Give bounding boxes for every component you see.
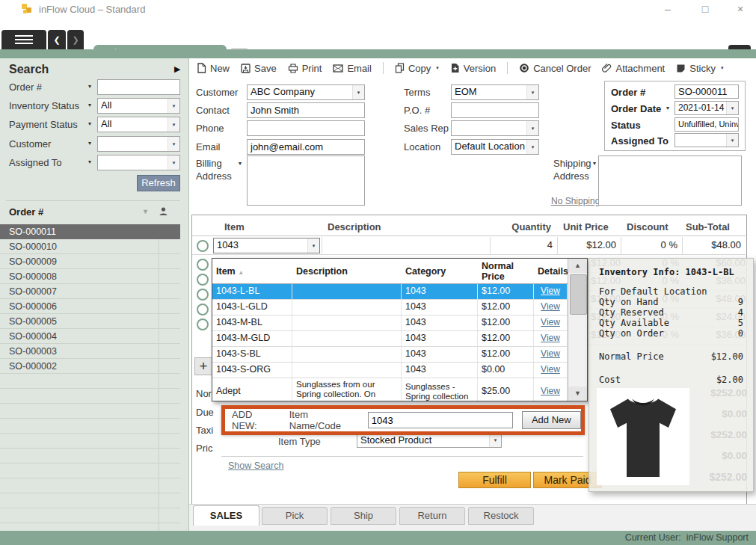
filter-assigned-caret-icon[interactable]: ▾	[88, 158, 91, 165]
filter-order-caret-icon[interactable]: ▾	[88, 83, 91, 90]
print-button[interactable]: Print	[288, 63, 322, 74]
location-select[interactable]: Default Location▾	[451, 139, 539, 155]
filter-customer-select[interactable]: ▾	[97, 136, 180, 152]
sales-rep-select[interactable]: ▾	[451, 120, 539, 136]
order-number-input[interactable]	[674, 84, 739, 99]
order-list-item[interactable]: SO-000007	[0, 284, 180, 299]
view-details-link[interactable]: View	[541, 301, 560, 312]
forward-button[interactable]: ❯	[67, 30, 84, 49]
minimize-icon[interactable]: –	[657, 1, 679, 16]
email-input[interactable]	[247, 139, 365, 155]
order-list-item[interactable]: SO-000008	[0, 269, 180, 284]
row1-description-cell[interactable]	[322, 237, 490, 254]
sticky-button[interactable]: Sticky▾	[676, 63, 723, 74]
po-number-input[interactable]	[451, 102, 539, 118]
billing-address-textarea[interactable]	[247, 156, 365, 206]
order-date-caret-icon[interactable]: ▾	[666, 105, 669, 111]
assigned-to-select[interactable]: ▾	[674, 133, 739, 147]
dropdown-item-row[interactable]: 1043-L-GLD1043$12.00View	[212, 300, 587, 315]
row1-quantity-cell[interactable]: 4	[490, 237, 557, 254]
view-details-link[interactable]: View	[541, 317, 560, 327]
order-list-item[interactable]: SO-000005	[0, 314, 180, 329]
dropdown-arrow-icon[interactable]: ▾	[168, 137, 179, 151]
order-date-select[interactable]: 2021-01-14▾	[674, 101, 739, 115]
sticky-dropdown-icon[interactable]: ▾	[721, 65, 724, 71]
dropdown-arrow-icon[interactable]: ▾	[526, 140, 538, 154]
scroll-down-icon[interactable]: ▼	[568, 387, 587, 401]
email-button[interactable]: Email	[333, 63, 372, 74]
order-list-sort-icon[interactable]: ▼	[142, 208, 149, 215]
dropdown-item-row[interactable]: 1043-S-ORG1043$0.00View	[212, 363, 587, 378]
contact-input[interactable]	[247, 102, 365, 118]
dropdown-arrow-icon[interactable]: ▾	[168, 156, 179, 170]
item-name-code-input[interactable]	[368, 412, 513, 428]
billing-address-caret-icon[interactable]: ▾	[239, 160, 242, 167]
tab-return[interactable]: Return	[399, 507, 465, 525]
cancel-order-button[interactable]: Cancel Order	[519, 63, 591, 74]
dropdown-arrow-icon[interactable]: ▾	[168, 99, 179, 113]
dropdown-scrollbar[interactable]: ▲ ▼	[568, 259, 587, 401]
view-details-link[interactable]: View	[541, 333, 560, 343]
assigned-person-icon[interactable]	[159, 206, 168, 216]
order-list-item[interactable]: SO-000010	[0, 239, 180, 254]
row-status-circle-icon[interactable]	[197, 274, 209, 286]
dropdown-arrow-icon[interactable]: ▾	[526, 85, 538, 99]
view-details-link[interactable]: View	[541, 348, 560, 359]
order-list-item[interactable]: SO-000006	[0, 299, 180, 314]
item-type-select[interactable]: Stocked Product▾	[357, 433, 502, 448]
no-shipping-link[interactable]: No Shipping	[551, 196, 600, 206]
row1-subtotal-cell[interactable]: $48.00	[682, 237, 746, 254]
dropdown-item-row-selected[interactable]: 1043-L-BL1043$12.00View	[212, 284, 587, 300]
tab-ship[interactable]: Ship	[331, 507, 396, 525]
row-status-circle-icon[interactable]	[197, 289, 209, 301]
customer-select[interactable]: ABC Company▾	[247, 84, 365, 100]
dropdown-item-row[interactable]: 1043-M-GLD1043$12.00View	[212, 331, 587, 347]
phone-input[interactable]	[247, 120, 365, 136]
dropdown-arrow-icon[interactable]: ▾	[168, 117, 179, 132]
dropdown-arrow-icon[interactable]: ▾	[307, 238, 319, 253]
version-button[interactable]: Version	[450, 63, 496, 74]
view-details-link[interactable]: View	[541, 286, 560, 296]
fulfill-button[interactable]: Fulfill	[458, 472, 531, 488]
shipping-address-textarea[interactable]	[598, 156, 742, 206]
row-status-circle-icon[interactable]	[197, 318, 209, 330]
order-list-item[interactable]: SO-000004	[0, 329, 180, 344]
filter-assigned-select[interactable]: ▾	[97, 155, 180, 170]
attachment-button[interactable]: Attachment	[602, 63, 665, 74]
close-icon[interactable]: ×	[729, 1, 752, 16]
terms-select[interactable]: EOM▾	[451, 84, 539, 100]
tab-restock[interactable]: Restock	[468, 507, 534, 525]
order-list-item[interactable]: SO-000003	[0, 344, 180, 359]
dropdown-item-row[interactable]: 1043-M-BL1043$12.00View	[212, 315, 587, 331]
filter-customer-caret-icon[interactable]: ▾	[88, 140, 91, 147]
new-button[interactable]: New	[197, 63, 230, 74]
dropdown-arrow-icon[interactable]: ▾	[726, 102, 738, 114]
row-status-circle-icon[interactable]	[197, 259, 209, 271]
collapse-panel-icon[interactable]: ▶	[174, 64, 180, 74]
row1-unit-price-cell[interactable]: $12.00	[557, 237, 621, 254]
scroll-up-icon[interactable]: ▲	[568, 259, 587, 273]
dropdown-arrow-icon[interactable]: ▾	[726, 134, 738, 147]
add-new-button[interactable]: Add New	[522, 411, 581, 429]
order-list-item[interactable]: SO-000011	[0, 224, 180, 239]
filter-payment-caret-icon[interactable]: ▾	[88, 120, 91, 127]
dropdown-item-row[interactable]: 1043-S-BL1043$12.00View	[212, 347, 587, 363]
filter-inventory-caret-icon[interactable]: ▾	[88, 102, 91, 108]
row1-item-select[interactable]: 1043▾	[213, 238, 320, 253]
show-search-link[interactable]: Show Search	[228, 461, 283, 471]
refresh-button[interactable]: Refresh	[137, 175, 180, 191]
row-status-circle-icon[interactable]	[197, 304, 209, 315]
view-details-link[interactable]: View	[541, 364, 560, 375]
filter-inventory-status-select[interactable]: All▾	[97, 98, 180, 114]
back-button[interactable]: ❮	[48, 30, 66, 49]
row1-discount-cell[interactable]: 0 %	[621, 237, 682, 254]
maximize-icon[interactable]: □	[694, 1, 716, 16]
dropdown-arrow-icon[interactable]: ▾	[489, 434, 501, 447]
filter-order-input[interactable]	[97, 79, 180, 95]
scrollbar-thumb[interactable]	[570, 274, 587, 315]
tab-sales[interactable]: SALES	[193, 505, 259, 526]
sort-ascending-icon[interactable]: ▲	[238, 269, 244, 276]
hamburger-menu-button[interactable]	[1, 30, 46, 49]
add-row-button[interactable]: +	[194, 357, 212, 375]
copy-button[interactable]: Copy▾	[395, 63, 439, 74]
